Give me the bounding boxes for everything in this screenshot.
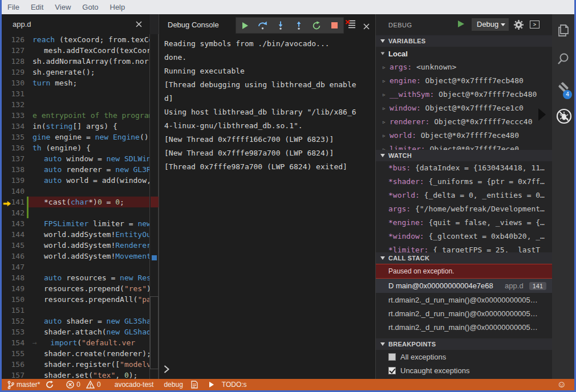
variable-row[interactable]: ▹world: Object@*0x7ffff7ece480 (376, 129, 552, 142)
code-line-150[interactable]: 150resources.prependAll("pa (2, 294, 149, 305)
git-branch-item[interactable]: master* (4, 379, 43, 390)
watch-row[interactable]: *limiter: {_targetFPS = 25, _lastT (376, 243, 552, 252)
code-line-156[interactable]: 156shader.register(["modelv (2, 359, 149, 370)
feedback-smiley[interactable]: ☺ (557, 379, 574, 390)
code-line-128[interactable]: 128sh.addNormalArray(from.nor (2, 56, 149, 67)
code-line-134[interactable]: 134in(string[] args) { (2, 121, 149, 132)
line-number[interactable]: 138 (2, 164, 25, 175)
section-call-stack[interactable]: CALL STACK (376, 252, 552, 264)
mode-item[interactable]: debug (161, 379, 185, 390)
code-line-145[interactable]: 145world.addSystem!Renderer (2, 240, 149, 251)
sync-button[interactable] (43, 379, 59, 390)
code-line-139[interactable]: 139auto world = add(window, (2, 175, 149, 186)
line-number[interactable]: 137 (2, 153, 25, 164)
code-line-130[interactable]: 130turn mesh; (2, 77, 149, 88)
variable-row[interactable]: ▹window: Object@*0x7ffff7ece1c0 (376, 101, 552, 115)
code-line-132[interactable]: 132 (2, 99, 149, 110)
code-line-131[interactable]: 131 (2, 88, 149, 99)
breakpoint-row[interactable]: All exceptions (376, 350, 552, 364)
code-line-149[interactable]: 149resources.prepend("res") (2, 283, 149, 294)
line-number[interactable]: 133 (2, 110, 25, 121)
variable-row[interactable]: ▹limiter: Object@*0x7ffff7ece0 (376, 142, 552, 150)
checkbox-checked[interactable] (388, 367, 396, 374)
expand-icon[interactable]: ▹ (383, 129, 386, 142)
code-line-129[interactable]: 129sh.generate(); (2, 67, 149, 77)
line-number[interactable]: 142 (2, 207, 25, 218)
open-console-icon[interactable]: > (530, 21, 540, 28)
scope-local[interactable]: Local (376, 47, 552, 60)
line-number[interactable]: 153 (2, 326, 25, 337)
editor-pane[interactable]: app.d 126reach (texCoord; from.texCo127m… (2, 14, 159, 379)
expand-icon[interactable]: ▹ (383, 101, 386, 115)
clear-console-icon[interactable] (346, 20, 356, 30)
call-stack-frame[interactable]: D main@0x00000000004e7e68app.d141 (376, 279, 552, 293)
errors-item[interactable]: 0 (63, 379, 83, 390)
line-number[interactable]: 130 (2, 77, 25, 88)
section-breakpoints[interactable]: BREAKPOINTS (376, 338, 552, 350)
panel-close-icon[interactable] (363, 22, 370, 32)
code-line-138[interactable]: 138auto renderer = new GL3Ren (2, 164, 149, 175)
menu-goto[interactable]: Goto (76, 0, 104, 14)
menu-edit[interactable]: Edit (25, 0, 49, 14)
tab-app-d[interactable]: app.d (2, 14, 149, 34)
line-number[interactable]: 147 (2, 262, 25, 272)
configure-gear-icon[interactable] (514, 20, 524, 32)
call-stack-frame[interactable]: rt.dmain2._d_run_main()@0x00000000005… (376, 307, 552, 320)
run-todo-button[interactable] (206, 379, 217, 390)
code-line-137[interactable]: 137auto window = new SDLWind (2, 153, 149, 164)
checkbox-unchecked[interactable] (388, 353, 396, 361)
line-number[interactable]: 140 (2, 186, 25, 197)
code-line-147[interactable]: 147 (2, 262, 149, 272)
line-number[interactable]: 129 (2, 67, 25, 77)
expand-icon[interactable]: ▹ (383, 74, 386, 88)
line-number[interactable]: 139 (2, 175, 25, 186)
line-number[interactable]: 143 (2, 218, 25, 229)
expand-icon[interactable]: ▹ (383, 88, 386, 101)
section-watch[interactable]: WATCH (376, 150, 552, 161)
line-number[interactable]: 135 (2, 132, 25, 142)
code-line-144[interactable]: 144world.addSystem!EntityOu (2, 229, 149, 240)
line-number[interactable]: 132 (2, 99, 25, 110)
line-number[interactable]: 156 (2, 359, 25, 370)
code-line-126[interactable]: 126reach (texCoord; from.texCo (2, 34, 149, 45)
restart-button[interactable] (311, 21, 322, 31)
code-line-155[interactable]: 155shader.create(renderer); (2, 348, 149, 359)
code-line-152[interactable]: 152auto shader = new GL3Sha (2, 316, 149, 326)
code-line-151[interactable]: 151 (2, 305, 149, 316)
continue-button[interactable] (240, 21, 250, 31)
task-item[interactable]: avocado-test (112, 379, 157, 390)
code-line-153[interactable]: 153shader.attach(new GLShad (2, 326, 149, 337)
watch-row[interactable]: *shader: {_uniforms = {ptr = 0x7ff… (376, 175, 552, 189)
line-number[interactable]: 151 (2, 305, 25, 316)
line-number[interactable]: 149 (2, 283, 25, 294)
code-line-148[interactable]: 148auto resources = new Res (2, 272, 149, 283)
stop-button[interactable] (329, 21, 339, 31)
watch-row[interactable]: *world: {_delta = 0, _entities = 0… (376, 189, 552, 202)
code-line-146[interactable]: 146world.addSystem!Movement (2, 251, 149, 262)
variable-row[interactable]: ▹__withSym: Object@*0x7ffff7ecb480 (376, 88, 552, 101)
scrollbar-slider[interactable] (150, 296, 159, 369)
step-into-button[interactable] (275, 21, 286, 31)
watch-row[interactable]: *engine: {quit = false, _views = {… (376, 216, 552, 230)
warnings-item[interactable]: 0 (83, 379, 104, 390)
line-number[interactable]: 126 (2, 34, 25, 45)
todo-file-button[interactable] (188, 379, 203, 390)
call-stack-frame[interactable]: rt.dmain2._d_run_main()@0x00000000005… (376, 293, 552, 307)
step-out-button[interactable] (294, 21, 304, 31)
debug-config-select[interactable]: Debug (472, 18, 509, 31)
menu-help[interactable]: Help (104, 0, 131, 14)
debug-icon[interactable] (556, 108, 571, 123)
line-number[interactable]: 145 (2, 240, 25, 251)
code-line-141[interactable]: 141*cast(char*)0 = 0; (2, 197, 149, 207)
section-variables[interactable]: VARIABLES (376, 35, 552, 47)
explorer-icon[interactable] (556, 23, 571, 38)
line-number[interactable]: 157 (2, 370, 25, 379)
code-line-142[interactable]: 142 (2, 207, 149, 218)
expand-icon[interactable]: ▹ (383, 115, 386, 129)
watch-row[interactable]: *window: {_glcontext = 0xb40b20, _… (376, 230, 552, 243)
line-number[interactable]: 152 (2, 316, 25, 326)
code-line-143[interactable]: 143FPSLimiter limiter = new (2, 218, 149, 229)
line-number[interactable]: 136 (2, 142, 25, 153)
menu-file[interactable]: File (2, 0, 25, 14)
line-number[interactable]: 144 (2, 229, 25, 240)
